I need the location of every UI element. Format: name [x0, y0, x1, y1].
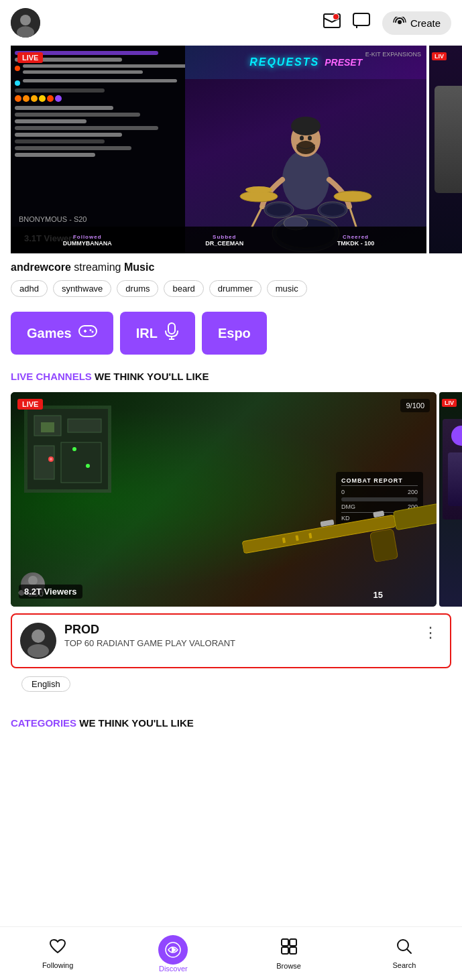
- nav-item-search[interactable]: Search: [347, 938, 462, 969]
- svg-point-56: [27, 644, 49, 658]
- side-channel-live-badge: LIV: [442, 399, 457, 407]
- side-stream-thumbnail: LIV 2.9: [429, 46, 462, 253]
- categories-rest: WE THINK YOU'LL LIKE: [76, 717, 194, 729]
- event-type-3: Cheered: [343, 234, 369, 240]
- games-label: Games: [27, 326, 72, 341]
- games-category-button[interactable]: Games: [11, 312, 113, 355]
- bottom-navigation: Following Discover Browse: [0, 926, 462, 980]
- minimap: [24, 406, 111, 493]
- tag-music[interactable]: music: [267, 280, 307, 297]
- language-section: English: [0, 672, 462, 707]
- event-user-2: DR_CEEMAN: [205, 240, 243, 247]
- browse-label: Browse: [276, 962, 301, 970]
- channel-game: TOP 60 RADIANT GAME PLAY VALORANT: [64, 638, 411, 650]
- svg-point-55: [32, 629, 45, 643]
- svg-rect-63: [290, 947, 296, 954]
- browse-icon: [280, 938, 298, 959]
- tag-drummer[interactable]: drummer: [209, 280, 262, 297]
- streamer-username: BNONYMOUS - S20: [19, 215, 86, 223]
- categories-highlight: CATEGORIES: [11, 717, 76, 729]
- channel-text: PROD TOP 60 RADIANT GAME PLAY VALORANT: [64, 623, 411, 650]
- side-stream-card[interactable]: LIV 2.9: [429, 46, 462, 253]
- channel-viewers: 8.2T Viewers: [19, 585, 82, 599]
- featured-streams-row: REQUESTS PRESET E-KIT EXPANSIONS: [0, 46, 462, 253]
- svg-point-10: [291, 117, 321, 135]
- svg-rect-46: [369, 529, 398, 562]
- create-button[interactable]: Create: [382, 11, 451, 35]
- featured-stream-card[interactable]: REQUESTS PRESET E-KIT EXPANSIONS: [11, 46, 426, 253]
- esports-label: Espo: [218, 326, 251, 341]
- svg-rect-36: [41, 422, 54, 432]
- user-avatar[interactable]: [11, 8, 40, 38]
- gamepad-icon: [78, 324, 97, 343]
- svg-rect-26: [79, 326, 97, 336]
- svg-point-13: [296, 141, 315, 154]
- channel-more-button[interactable]: ⋮: [419, 623, 442, 643]
- svg-rect-60: [282, 939, 288, 946]
- svg-rect-45: [393, 502, 437, 530]
- streamer-name: andrewcore: [11, 261, 71, 273]
- channel-info-card[interactable]: PROD TOP 60 RADIANT GAME PLAY VALORANT ⋮: [11, 613, 451, 668]
- streamer-info: andrewcore streaming Music adhd synthwav…: [0, 253, 462, 312]
- svg-point-19: [267, 204, 291, 216]
- performer-area: REQUESTS PRESET E-KIT EXPANSIONS: [185, 46, 426, 253]
- irl-category-button[interactable]: IRL: [120, 312, 195, 355]
- tag-synthwave[interactable]: synthwave: [53, 280, 111, 297]
- svg-point-1: [20, 15, 31, 25]
- streamer-name-line: andrewcore streaming Music: [11, 261, 451, 273]
- channel-name: PROD: [64, 623, 411, 637]
- live-badge: LIVE: [17, 52, 43, 63]
- svg-rect-38: [34, 446, 54, 479]
- nav-item-browse[interactable]: Browse: [231, 938, 347, 970]
- svg-point-25: [245, 186, 272, 193]
- svg-rect-61: [290, 939, 296, 946]
- inbox-icon[interactable]: [323, 13, 341, 32]
- svg-line-65: [407, 949, 411, 953]
- live-channel-card[interactable]: COMBAT REPORT 0200 DMG200 KD1.2: [11, 392, 437, 607]
- channel-live-badge: LIVE: [17, 399, 43, 410]
- svg-rect-62: [282, 947, 288, 954]
- categories-section: CATEGORIES WE THINK YOU'LL LIKE: [0, 707, 462, 729]
- tags-row: adhd synthwave drums beard drummer music: [11, 280, 451, 297]
- esports-category-button[interactable]: Espo: [202, 312, 267, 355]
- svg-rect-39: [61, 442, 101, 483]
- svg-point-29: [89, 329, 91, 331]
- side-live-badge: LIV: [432, 52, 447, 60]
- create-label: Create: [410, 17, 441, 29]
- language-badge[interactable]: English: [21, 676, 70, 692]
- live-channel-thumbnail: COMBAT REPORT 0200 DMG200 KD1.2: [11, 392, 437, 607]
- chat-icon[interactable]: [353, 13, 370, 33]
- discover-label: Discover: [159, 965, 188, 973]
- live-channels-rest: WE THINK YOU'LL LIKE: [92, 371, 209, 382]
- tag-adhd[interactable]: adhd: [11, 280, 48, 297]
- heart-icon: [49, 938, 66, 959]
- event-type-1: Followed: [73, 234, 102, 240]
- side-channel-thumbnail: LIV 53: [439, 392, 462, 607]
- event-bar: Followed DUMMYBANANA Subbed DR_CEEMAN Ch…: [11, 227, 426, 253]
- irl-label: IRL: [136, 326, 158, 341]
- kill-counter: 9/100: [400, 399, 430, 412]
- svg-point-59: [172, 948, 174, 951]
- svg-rect-6: [353, 13, 369, 25]
- event-user-3: TMKDK - 100: [337, 240, 375, 247]
- nav-item-following[interactable]: Following: [0, 938, 115, 969]
- live-channels-title: LIVE CHANNELS WE THINK YOU'LL LIKE: [11, 371, 209, 382]
- category-buttons-row: Games IRL Espo: [0, 312, 462, 355]
- svg-point-7: [398, 20, 402, 24]
- following-label: Following: [42, 961, 73, 969]
- stream-category: Music: [124, 261, 154, 273]
- app-header: Create: [0, 0, 462, 46]
- search-icon: [396, 938, 412, 959]
- svg-point-21: [321, 204, 345, 216]
- svg-point-42: [72, 447, 76, 451]
- nav-item-discover[interactable]: Discover: [115, 935, 231, 973]
- tag-drums[interactable]: drums: [117, 280, 158, 297]
- event-type-2: Subbed: [213, 234, 236, 240]
- tag-beard[interactable]: beard: [164, 280, 203, 297]
- svg-point-41: [50, 458, 52, 461]
- live-channels-header: LIVE CHANNELS WE THINK YOU'LL LIKE: [0, 371, 462, 383]
- live-channels-highlight: LIVE CHANNELS: [11, 371, 92, 382]
- side-channel-card[interactable]: LIV 53: [439, 392, 462, 607]
- svg-point-30: [91, 331, 93, 333]
- live-channels-row: COMBAT REPORT 0200 DMG200 KD1.2: [0, 392, 462, 607]
